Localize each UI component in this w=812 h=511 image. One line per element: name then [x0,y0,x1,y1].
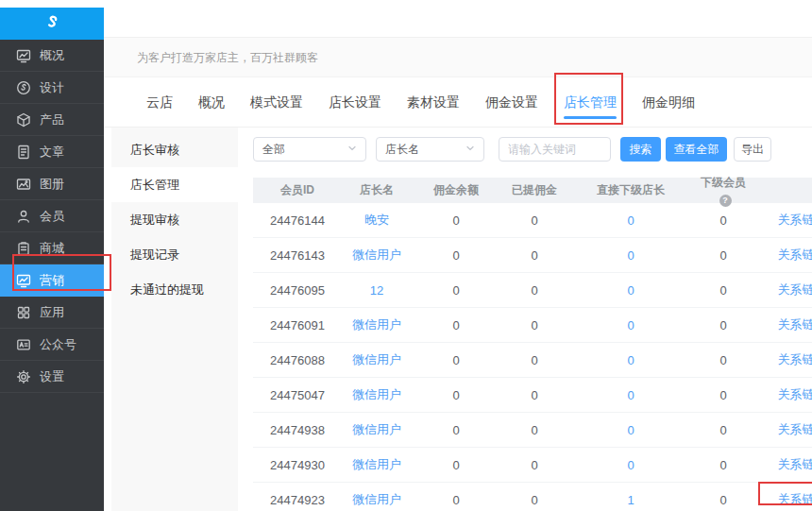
sidebar-item-settings[interactable]: 设置 [0,361,104,393]
chevron-down-icon [465,143,475,156]
relation-chain-link[interactable]: 关系链 [753,456,812,473]
manager-name-link[interactable]: 微信用户 [342,386,412,403]
logo-bar[interactable] [0,8,104,40]
relation-chain-link[interactable]: 关系链 [753,281,812,298]
commission-balance-cell: 0 [412,213,500,228]
sidebar-item-mall[interactable]: 商城 [0,232,104,264]
overview-chart-icon [16,48,31,63]
submenu-item-manager-management[interactable]: 店长管理 [111,167,238,202]
direct-sub-managers-link[interactable]: 0 [568,248,693,263]
relation-chain-link[interactable]: 关系链 [753,247,812,264]
sidebar-item-member[interactable]: 会员 [0,200,104,232]
table-row: 24476095 12 0 0 0 0 关系链 [253,273,812,308]
field-select[interactable]: 店长名 [376,137,484,162]
commission-balance-cell: 0 [412,493,500,507]
sub-members-cell: 0 [693,248,753,263]
sidebar-item-gallery[interactable]: 图册 [0,168,104,200]
member-id-cell: 24476095 [253,283,342,298]
type-select[interactable]: 全部 [253,137,366,162]
relation-chain-link[interactable]: 关系链 [753,491,812,508]
sidebar-item-article[interactable]: 文章 [0,136,104,168]
chevron-down-icon [347,143,357,156]
member-id-cell: 24476144 [253,213,342,228]
field-select-value: 店长名 [385,142,419,158]
filter-row: 全部 店长名 搜索 查看全部 导出 [253,137,812,162]
submenu-item-withdraw-review[interactable]: 提现审核 [111,202,238,237]
submenu-item-failed-withdrawals[interactable]: 未通过的提现 [111,272,238,307]
tab-material-settings[interactable]: 素材设置 [407,77,460,127]
page-subtitle: 为客户打造万家店主，百万社群顾客 [104,38,812,77]
relation-chain-link[interactable]: 关系链 [753,316,812,333]
manager-name-link[interactable]: 晚安 [342,212,412,229]
marketing-chart-icon [16,273,31,288]
sidebar-item-overview[interactable]: 概况 [0,40,104,72]
sub-members-cell: 0 [693,458,753,472]
submenu-item-manager-review[interactable]: 店长审核 [111,132,238,167]
apps-grid-icon [16,305,31,320]
export-button[interactable]: 导出 [734,137,771,162]
tab-mode-settings[interactable]: 模式设置 [250,77,303,127]
direct-sub-managers-link[interactable]: 1 [568,493,693,507]
withdrawn-commission-cell: 0 [500,493,568,507]
direct-sub-managers-link[interactable]: 0 [568,423,693,437]
sidebar-item-apps[interactable]: 应用 [0,297,104,329]
view-all-button[interactable]: 查看全部 [666,137,727,162]
submenu-item-withdraw-records[interactable]: 提现记录 [111,237,238,272]
table-row: 24474923 微信用户 0 0 1 0 关系链 [253,483,812,511]
search-button[interactable]: 搜索 [620,137,661,162]
app-window: 概况 设计 产品 文章 图册 会员 商城 营销 应用 公众号 设置 为客户打造万… [0,0,812,511]
manager-name-link[interactable]: 12 [342,283,412,298]
table-row: 24476143 微信用户 0 0 0 0 关系链 [253,238,812,273]
tab-overview[interactable]: 概况 [198,77,225,127]
commission-balance-cell: 0 [412,248,500,263]
manager-name-link[interactable]: 微信用户 [342,491,412,508]
keyword-input[interactable] [499,137,611,162]
manager-name-link[interactable]: 微信用户 [342,456,412,473]
column-header-commission-balance: 佣金余额 [412,182,500,198]
tab-manager-settings[interactable]: 店长设置 [329,77,381,127]
relation-chain-link[interactable]: 关系链 [753,212,812,229]
manager-name-link[interactable]: 微信用户 [342,247,412,264]
direct-sub-managers-link[interactable]: 0 [568,458,693,472]
sidebar-item-marketing[interactable]: 营销 [0,264,104,297]
table-row: 24475047 微信用户 0 0 0 0 关系链 [253,378,812,413]
sidebar-item-product[interactable]: 产品 [0,104,104,136]
manager-name-link[interactable]: 微信用户 [342,421,412,438]
manager-name-link[interactable]: 微信用户 [342,316,412,333]
column-header-withdrawn-commission: 已提佣金 [500,182,568,198]
withdrawn-commission-cell: 0 [500,388,568,402]
sub-members-cell: 0 [693,353,753,367]
tab-commission-details[interactable]: 佣金明细 [642,77,695,127]
table-header-row: 会员ID 店长名 佣金余额 已提佣金 直接下级店长 下级会员 [253,178,812,203]
sidebar-item-design[interactable]: 设计 [0,72,104,104]
relation-chain-link[interactable]: 关系链 [753,386,812,403]
member-id-cell: 24475047 [253,388,342,402]
relation-chain-link[interactable]: 关系链 [753,421,812,438]
direct-sub-managers-link[interactable]: 0 [568,388,693,402]
sub-members-cell: 0 [693,388,753,402]
question-circle-icon[interactable] [719,195,732,207]
content-row: 店长审核店长管理提现审核提现记录未通过的提现 全部 店长名 [104,128,812,511]
sidebar: 概况 设计 产品 文章 图册 会员 商城 营销 应用 公众号 设置 [0,8,104,511]
tab-commission-settings[interactable]: 佣金设置 [485,77,538,127]
tab-cloud-store[interactable]: 云店 [146,77,173,127]
official-account-card-icon [16,337,31,352]
withdrawn-commission-cell: 0 [500,318,568,332]
manager-name-link[interactable]: 微信用户 [342,351,412,368]
member-id-cell: 24474930 [253,458,342,472]
direct-sub-managers-link[interactable]: 0 [568,213,693,228]
direct-sub-managers-link[interactable]: 0 [568,283,693,298]
commission-balance-cell: 0 [412,423,500,437]
sidebar-item-official-account[interactable]: 公众号 [0,329,104,361]
direct-sub-managers-link[interactable]: 0 [568,353,693,367]
tab-bar: 云店概况模式设置店长设置素材设置佣金设置店长管理佣金明细 [104,77,812,128]
sub-members-cell: 0 [693,493,753,507]
table-row: 24474938 微信用户 0 0 0 0 关系链 [253,413,812,448]
sidebar-menu: 概况 设计 产品 文章 图册 会员 商城 营销 应用 公众号 设置 [0,40,104,393]
member-id-cell: 24476088 [253,353,342,367]
sub-members-cell: 0 [693,283,753,298]
direct-sub-managers-link[interactable]: 0 [568,318,693,332]
relation-chain-link[interactable]: 关系链 [753,351,812,368]
commission-balance-cell: 0 [412,458,500,472]
tab-manager-management[interactable]: 店长管理 [564,77,617,127]
